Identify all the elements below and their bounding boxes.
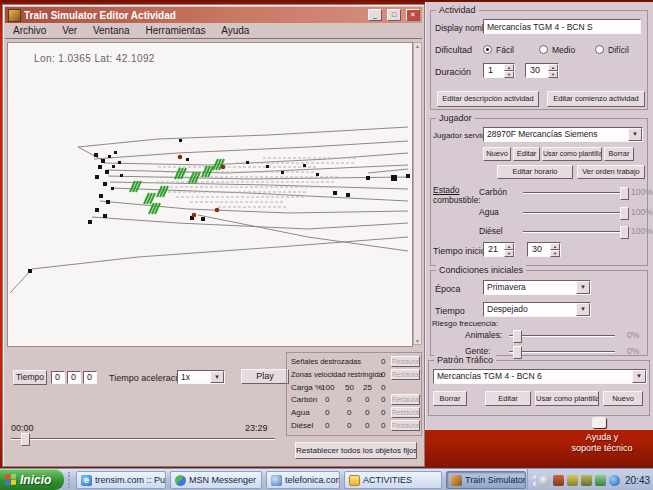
- timeline-slider[interactable]: [11, 438, 275, 440]
- menu-archivo[interactable]: Archivo: [13, 25, 46, 36]
- spin-down-icon[interactable]: ▼: [548, 71, 558, 78]
- taskbar-button-telefonica[interactable]: telefonica.com: [266, 471, 340, 489]
- taskbar-button-trensim[interactable]: e trensim.com :: Pu...: [76, 471, 166, 489]
- patron-new-button[interactable]: Nuevo: [603, 391, 643, 406]
- diesel-slider[interactable]: [523, 231, 627, 233]
- time-field-minutes[interactable]: 0: [67, 371, 81, 384]
- tray-globe-icon[interactable]: [609, 475, 620, 486]
- taskbar-button-trainsim[interactable]: Train Simulator Ed...: [446, 471, 526, 489]
- tray-network-home-icon[interactable]: [595, 475, 606, 486]
- servicio-dropdown[interactable]: 28970F Mercancías Siemens ▼: [483, 127, 643, 142]
- spin-up-icon[interactable]: ▲: [550, 243, 560, 250]
- spin-up-icon[interactable]: ▲: [548, 64, 558, 71]
- fuel-row-label: Carbón: [291, 395, 317, 404]
- view-workorder-button[interactable]: Ver orden trabajo: [577, 165, 645, 179]
- help-shortcut-label2[interactable]: soporte técnico: [550, 443, 653, 453]
- tray-messenger-icon-2[interactable]: [581, 475, 592, 486]
- chevron-down-icon[interactable]: ▼: [576, 281, 590, 294]
- tray-messenger-icon[interactable]: [567, 475, 578, 486]
- animals-slider-thumb[interactable]: [513, 330, 522, 343]
- chevron-down-icon[interactable]: ▼: [632, 370, 646, 383]
- patron-edit-button[interactable]: Editar: [485, 391, 531, 406]
- menu-ayuda[interactable]: Ayuda: [221, 25, 249, 36]
- estado-label-2: combustible:: [433, 195, 481, 205]
- coal-slider-thumb[interactable]: [620, 187, 629, 200]
- patron-dropdown[interactable]: Mercancías TGM 4 - BCN 6 ▼: [433, 369, 647, 384]
- restore-speedzones-button[interactable]: Restaurar: [391, 369, 420, 380]
- fuel-slider-label: Agua: [479, 207, 499, 217]
- reset-all-button[interactable]: Restablecer todos los objetos fijos: [295, 442, 417, 459]
- coal-slider[interactable]: [523, 192, 627, 194]
- map-vertical-scrollbar[interactable]: ▲ ▼: [413, 42, 422, 345]
- people-slider[interactable]: [509, 351, 615, 353]
- spin-down-icon[interactable]: ▼: [550, 250, 560, 257]
- tray-chevron-icon[interactable]: ‹: [533, 475, 536, 486]
- help-shortcut-icon[interactable]: [592, 417, 606, 428]
- radio-medio[interactable]: [539, 45, 548, 54]
- menu-ver[interactable]: Ver: [62, 25, 77, 36]
- diesel-slider-thumb[interactable]: [620, 226, 629, 239]
- start-hour-spinner[interactable]: 21 ▲▼: [483, 242, 515, 257]
- scroll-up-icon[interactable]: ▲: [415, 43, 420, 49]
- play-button[interactable]: Play: [241, 369, 289, 384]
- display-name-field[interactable]: Mercancías TGM 4 - BCN S: [483, 19, 641, 34]
- service-template-button[interactable]: Usar como plantilla: [542, 147, 602, 161]
- tray-app-icon-1[interactable]: [539, 475, 550, 486]
- timeline-thumb[interactable]: [21, 433, 30, 446]
- water-slider[interactable]: [523, 212, 627, 214]
- scroll-down-icon[interactable]: ▼: [415, 338, 420, 344]
- people-slider-thumb[interactable]: [513, 346, 522, 359]
- service-new-button[interactable]: Nuevo: [483, 147, 511, 161]
- restore-diesel-button[interactable]: Restaurar: [391, 420, 420, 431]
- spin-down-icon[interactable]: ▼: [504, 250, 514, 257]
- patron-template-button[interactable]: Usar como plantilla: [535, 391, 599, 406]
- chevron-down-icon[interactable]: ▼: [576, 303, 590, 316]
- radio-dificil[interactable]: [595, 45, 604, 54]
- restore-coal-button[interactable]: Restaurar: [391, 394, 420, 405]
- maximize-button[interactable]: □: [387, 9, 401, 21]
- menu-ventana[interactable]: Ventana: [93, 25, 130, 36]
- restore-signals-button[interactable]: Restaurar: [391, 356, 420, 367]
- edit-start-button[interactable]: Editar comienzo actividad: [547, 91, 645, 107]
- carga-header: Carga %:: [291, 383, 324, 392]
- tiempo-dropdown[interactable]: Despejado ▼: [483, 302, 591, 317]
- time-field-seconds[interactable]: 0: [83, 371, 97, 384]
- help-shortcut-label[interactable]: Ayuda y: [550, 432, 653, 442]
- duracion-hours-spinner[interactable]: 1 ▲▼: [483, 63, 515, 78]
- menu-herramientas[interactable]: Herramientas: [145, 25, 205, 36]
- taskbar-button-msn[interactable]: MSN Messenger: [170, 471, 262, 489]
- edit-description-button[interactable]: Editar descripción actividad: [437, 91, 539, 107]
- restore-water-button[interactable]: Restaurar: [391, 407, 420, 418]
- service-edit-button[interactable]: Editar: [513, 147, 540, 161]
- diesel-pct: 100%: [631, 226, 653, 236]
- accel-dropdown[interactable]: 1x ▼: [177, 370, 225, 384]
- quicklaunch-handle[interactable]: [68, 472, 73, 488]
- spin-down-icon[interactable]: ▼: [504, 71, 514, 78]
- edit-schedule-button[interactable]: Editar horario: [497, 165, 573, 179]
- radio-facil[interactable]: [483, 45, 492, 54]
- tiempo-button[interactable]: Tiempo: [13, 370, 47, 385]
- minimize-button[interactable]: _: [368, 9, 382, 21]
- start-hour-value: 21: [488, 244, 498, 254]
- tray-app-icon-2[interactable]: [553, 475, 564, 486]
- fuel-slider-label: Diésel: [479, 226, 503, 236]
- duracion-minutes-spinner[interactable]: 30 ▲▼: [525, 63, 559, 78]
- epoca-dropdown[interactable]: Primavera ▼: [483, 280, 591, 295]
- route-map[interactable]: Lon: 1.0365 Lat: 42.1092: [7, 42, 413, 347]
- time-field-hours[interactable]: 0: [51, 371, 65, 384]
- patron-group-title: Patrón Tráfico: [434, 355, 496, 365]
- start-button[interactable]: Inicio: [0, 469, 64, 490]
- actividad-group-title: Actividad: [436, 5, 479, 15]
- spin-up-icon[interactable]: ▲: [504, 243, 514, 250]
- service-delete-button[interactable]: Borrar: [604, 147, 634, 161]
- chevron-down-icon[interactable]: ▼: [210, 371, 224, 383]
- spin-up-icon[interactable]: ▲: [504, 64, 514, 71]
- patron-delete-button[interactable]: Borrar: [433, 391, 467, 406]
- titlebar[interactable]: Train Simulator Editor Actividad _ □ ✕: [5, 7, 422, 23]
- chevron-down-icon[interactable]: ▼: [628, 128, 642, 141]
- start-minute-spinner[interactable]: 30 ▲▼: [527, 242, 561, 257]
- taskbar-button-activities[interactable]: ACTIVITIES: [344, 471, 442, 489]
- water-slider-thumb[interactable]: [620, 207, 629, 220]
- animals-slider[interactable]: [509, 335, 615, 337]
- close-button[interactable]: ✕: [406, 9, 420, 21]
